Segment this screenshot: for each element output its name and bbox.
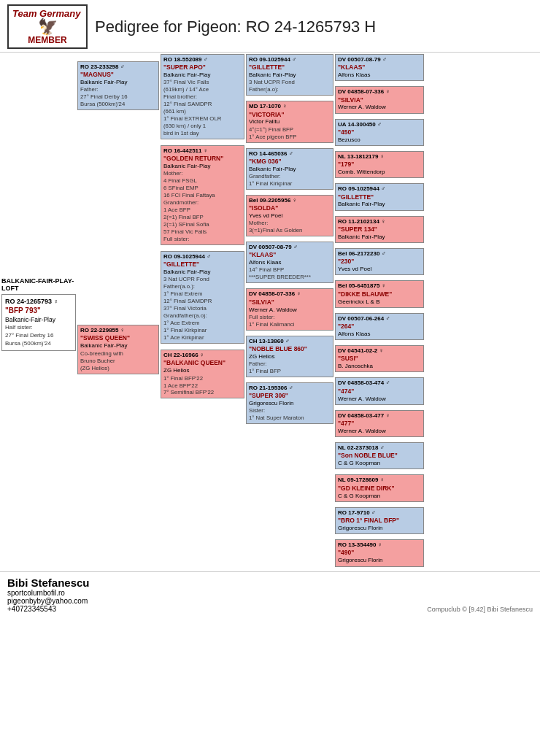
dsdd-card: DV 04858-03-477 ♀ "477" Werner A. Waldow	[335, 410, 424, 437]
ddsd-card: NL 09-1728609 ♀ "GD KLEINE DIRK" C & G K…	[335, 474, 424, 501]
ssds-card: UA 14-300450 ♂ "450" Bezusco	[335, 119, 424, 146]
ss-card: RO 18-552089 ♂ "SUPER APO" Balkanic Fair…	[161, 54, 244, 139]
dddd-card: RO 13-354490 ♀ "490" Grigorescu Florin	[335, 539, 424, 566]
sdsd-card: RO 11-2102134 ♀ "SUPER 134" Balkanic Fai…	[335, 216, 424, 243]
dsd-card: DV 04858-07-336 ♀ "SILVIA" Werner A. Wal…	[246, 288, 333, 330]
footer-line2: pigeonbyby@yahoo.com	[7, 597, 90, 605]
sire-card: RO 23-233298 ♂ "MAGNUS" Balkanic Fair-Pl…	[77, 61, 159, 110]
ds-card: RO 09-1025944 ♂ "GILLETTE" Balkanic Fair…	[161, 251, 244, 344]
footer-line3: +40723345543	[7, 605, 90, 613]
sdd-card: Bel 09-2205956 ♀ "ISOLDA" Yves vd Poel M…	[246, 195, 333, 236]
subject-column: BALKANIC-FAIR-PLAY-LOFT RO 24-1265793 ♀ …	[1, 54, 76, 567]
dsds-card: DV 04858-03-474 ♂ "474" Werner A. Waldow	[335, 377, 424, 404]
subject-ring: RO 24-1265793 ♀	[5, 297, 72, 306]
subject-info: Half sister:27° Final Derby 16Bursa (500…	[5, 324, 72, 347]
dam-card: RO 22-229855 ♀ "SWISS QUEEN" Balkanic Fa…	[77, 325, 159, 374]
sssd-card: DV 04858-07-336 ♀ "SILVIA" Werner A. Wal…	[335, 86, 424, 113]
sdds-card: Bel 06-2172230 ♂ "230" Yves vd Poel	[335, 248, 424, 275]
footer-name: Bibi Stefanescu	[7, 576, 90, 589]
sss-card: RO 09-1025944 ♂ "GILLETTE" Balkanic Fair…	[246, 54, 333, 96]
ssd-card: MD 17-1070 ♀ "VICTORIA" Victor Falitu 4°…	[246, 101, 333, 142]
loft-label: BALKANIC-FAIR-PLAY-LOFT	[1, 277, 76, 292]
eagle-icon: 🦅	[12, 19, 82, 35]
ssdd-card: NL 13-1812179 ♀ "179" Comb. Wittendorp	[335, 151, 424, 178]
header: Team Germany 🦅 MEMBER Pedigree for Pigeo…	[0, 0, 540, 53]
gp-column: RO 18-552089 ♂ "SUPER APO" Balkanic Fair…	[161, 54, 244, 567]
subject-loft: Balkanic-Fair-Play	[5, 316, 72, 324]
page-wrapper: Team Germany 🦅 MEMBER Pedigree for Pigeo…	[0, 0, 540, 616]
sds-card: RO 14-465036 ♂ "KMG 036" Balkanic Fair-P…	[246, 148, 333, 190]
ssss-card: DV 00507-08-79 ♂ "KLAAS" Alfons Klaas	[335, 54, 424, 81]
footer-line1: sportcolumbofil.ro	[7, 589, 90, 597]
dsss-card: DV 00507-06-264 ♂ "264" Alfons Klaas	[335, 313, 424, 340]
ggp-column: RO 09-1025944 ♂ "GILLETTE" Balkanic Fair…	[246, 54, 333, 567]
compuclub-credit: Compuclub © [9.42] Bibi Stefanescu	[427, 606, 533, 613]
dssd-card: DV 04541-02-2 ♀ "SUSI" B. Janoschka	[335, 345, 424, 372]
dd-card: CH 22-16966 ♀ "BALKANIC QUEEN" ZG Helios…	[161, 350, 244, 398]
sd-card: RO 16-442511 ♀ "GOLDEN RETURN" Balkanic …	[161, 145, 244, 245]
ddss-card: NL 02-2373018 ♂ "Son NOBLE BLUE" C & G K…	[335, 442, 424, 469]
team-germany-badge: Team Germany 🦅 MEMBER	[7, 4, 88, 49]
dss-card: DV 00507-08-79 ♂ "KLAAS" Alfons Klaas 14…	[246, 242, 333, 283]
sddd-card: Bel 05-6451875 ♀ "DIKKE BLAUWE" Geerinck…	[335, 280, 424, 307]
subject-name: "BFP 793"	[5, 306, 72, 316]
sdss-card: RO 09-1025944 ♂ "GILLETTE" Balkanic Fair…	[335, 183, 424, 210]
member-text: MEMBER	[12, 35, 82, 45]
footer-contact: Bibi Stefanescu sportcolumbofil.ro pigeo…	[7, 576, 90, 613]
gggp-column: DV 00507-08-79 ♂ "KLAAS" Alfons Klaas DV…	[335, 54, 424, 567]
ddds-card: RO 17-9710 ♂ "BRO 1° FINAL BFP" Grigores…	[335, 507, 424, 534]
pedigree-tree: BALKANIC-FAIR-PLAY-LOFT RO 24-1265793 ♀ …	[0, 53, 540, 567]
ddd-card: RO 21-195306 ♂ "SUPER 306" Grigorescu Fl…	[246, 382, 333, 424]
subject-card: RO 24-1265793 ♀ "BFP 793" Balkanic-Fair-…	[1, 294, 76, 351]
page-title: Pedigree for Pigeon: RO 24-1265793 H	[95, 18, 376, 36]
parents-column: RO 23-233298 ♂ "MAGNUS" Balkanic Fair-Pl…	[77, 54, 159, 567]
dds-card: CH 13-13860 ♂ "NOBLE BLUE 860" ZG Helios…	[246, 336, 333, 377]
